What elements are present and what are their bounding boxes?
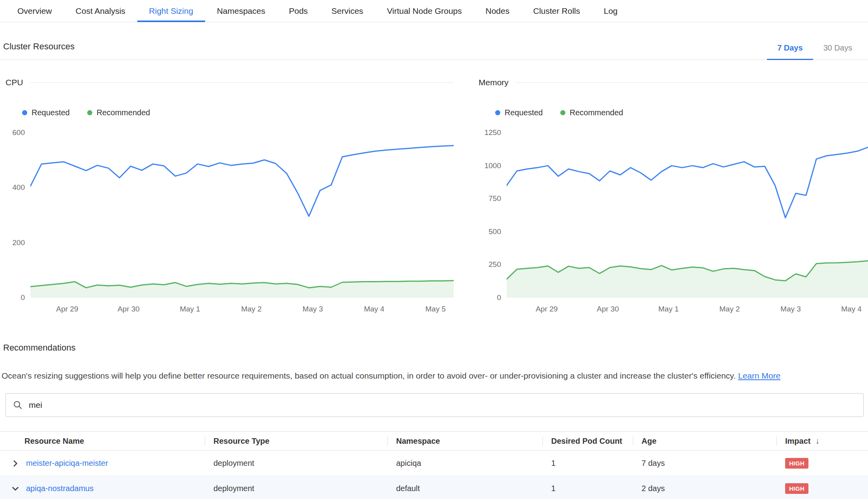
legend-item-requested[interactable]: Requested	[22, 108, 70, 117]
divider	[30, 83, 454, 83]
x-axis-tick-label: Apr 29	[536, 305, 558, 313]
column-header-resource-type: Resource Type	[205, 431, 387, 450]
time-range-toggle: 7 Days 30 Days	[767, 43, 862, 60]
y-axis-tick-label: 0	[21, 293, 25, 302]
table-row[interactable]: meister-apiciqa-meister deployment apici…	[0, 451, 868, 476]
memory-chart-title: Memory	[479, 78, 509, 87]
cpu-y-axis: 0200400600	[6, 133, 30, 298]
resource-name-link[interactable]: meister-apiciqa-meister	[26, 459, 108, 468]
age-cell: 7 days	[633, 459, 776, 468]
legend-item-recommended[interactable]: Recommended	[87, 108, 150, 117]
tab-namespaces[interactable]: Namespaces	[205, 0, 277, 22]
column-header-age: Age	[633, 431, 776, 450]
y-axis-tick-label: 250	[488, 260, 501, 269]
x-axis-tick-label: May 2	[719, 305, 740, 313]
tab-virtual-node-groups[interactable]: Virtual Node Groups	[375, 0, 474, 22]
x-axis-tick-label: May 3	[303, 305, 323, 313]
age-cell: 2 days	[633, 484, 776, 493]
chevron-down-icon[interactable]	[11, 484, 20, 493]
namespace-cell: apiciqa	[387, 459, 542, 468]
tab-cluster-rolls[interactable]: Cluster Rolls	[521, 0, 592, 22]
y-axis-tick-label: 400	[12, 183, 25, 192]
y-axis-tick-label: 1250	[485, 128, 501, 137]
y-axis-tick-label: 600	[12, 128, 25, 137]
x-axis-tick-label: May 1	[180, 305, 200, 313]
column-header-namespace: Namespace	[387, 431, 542, 450]
time-range-30-days[interactable]: 30 Days	[813, 43, 862, 60]
x-axis-tick-label: May 2	[241, 305, 262, 313]
cluster-resources-title: Cluster Resources	[3, 41, 75, 60]
legend-item-requested[interactable]: Requested	[495, 108, 543, 117]
legend-item-recommended[interactable]: Recommended	[560, 108, 623, 117]
divider	[516, 83, 868, 83]
tab-cost-analysis[interactable]: Cost Analysis	[64, 0, 137, 22]
y-axis-tick-label: 200	[12, 238, 25, 247]
impact-badge-high: HIGH	[785, 483, 808, 494]
tab-nodes[interactable]: Nodes	[474, 0, 522, 22]
x-axis-tick-label: May 4	[841, 305, 862, 313]
legend-label: Requested	[505, 108, 543, 117]
cpu-chart-title: CPU	[6, 78, 23, 87]
cluster-resources-header: Cluster Resources 7 Days 30 Days	[0, 36, 868, 60]
top-tab-bar: Overview Cost Analysis Right Sizing Name…	[0, 0, 868, 22]
charts-section: CPU RequestedRecommended 0200400600 Apr …	[0, 77, 868, 317]
resource-type-cell: deployment	[205, 484, 387, 493]
chevron-right-icon[interactable]	[11, 459, 20, 468]
legend-dot	[87, 110, 92, 115]
time-range-7-days[interactable]: 7 Days	[767, 43, 813, 60]
search-icon	[13, 400, 22, 410]
cpu-chart: CPU RequestedRecommended 0200400600 Apr …	[6, 77, 454, 317]
tab-log[interactable]: Log	[592, 0, 629, 22]
legend-label: Requested	[32, 108, 70, 117]
tab-overview[interactable]: Overview	[6, 0, 64, 22]
x-axis-tick-label: May 4	[364, 305, 384, 313]
y-axis-tick-label: 1000	[485, 161, 501, 170]
cpu-x-axis: Apr 29Apr 30May 1May 2May 3May 4May 5	[30, 302, 454, 317]
legend-label: Recommended	[570, 108, 623, 117]
x-axis-tick-label: May 3	[780, 305, 801, 313]
legend-dot	[560, 110, 565, 115]
desired-pod-count-cell: 1	[542, 459, 633, 468]
learn-more-link[interactable]: Learn More	[738, 371, 780, 380]
column-header-desired-pod-count: Desired Pod Count	[542, 431, 633, 450]
x-axis-tick-label: Apr 30	[118, 305, 140, 313]
recommendations-description-text: Ocean's resizing suggestions will help y…	[2, 371, 736, 380]
legend-dot	[495, 110, 500, 115]
memory-chart-plot	[507, 133, 868, 298]
legend-dot	[22, 110, 27, 115]
x-axis-tick-label: Apr 29	[56, 305, 78, 313]
memory-y-axis: 025050075010001250	[479, 133, 507, 298]
impact-header-label: Impact	[785, 437, 810, 446]
memory-chart: Memory RequestedRecommended 025050075010…	[479, 77, 868, 317]
x-axis-tick-label: May 1	[658, 305, 679, 313]
search-input[interactable]	[29, 400, 856, 410]
x-axis-tick-label: Apr 30	[597, 305, 619, 313]
resource-name-link[interactable]: apiqa-nostradamus	[26, 484, 94, 493]
impact-badge-high: HIGH	[785, 458, 808, 469]
cpu-chart-plot	[30, 133, 454, 298]
tab-services[interactable]: Services	[320, 0, 375, 22]
tab-right-sizing[interactable]: Right Sizing	[137, 0, 205, 22]
y-axis-tick-label: 500	[488, 227, 501, 236]
namespace-cell: default	[387, 484, 542, 493]
y-axis-tick-label: 0	[497, 293, 501, 302]
desired-pod-count-cell: 1	[542, 484, 633, 493]
column-header-impact[interactable]: Impact ↓	[776, 431, 868, 450]
table-header-row: Resource Name Resource Type Namespace De…	[0, 431, 868, 451]
memory-chart-legend: RequestedRecommended	[495, 108, 868, 117]
cpu-chart-legend: RequestedRecommended	[22, 108, 454, 117]
memory-x-axis: Apr 29Apr 30May 1May 2May 3May 4	[507, 302, 868, 317]
sort-descending-icon[interactable]: ↓	[815, 436, 819, 446]
resource-type-cell: deployment	[205, 459, 387, 468]
column-header-resource-name: Resource Name	[0, 431, 205, 450]
recommendations-description: Ocean's resizing suggestions will help y…	[2, 370, 862, 381]
table-row[interactable]: apiqa-nostradamus deployment default 1 2…	[0, 476, 868, 499]
x-axis-tick-label: May 5	[425, 305, 446, 313]
search-box[interactable]	[6, 393, 864, 417]
y-axis-tick-label: 750	[488, 194, 501, 203]
tab-pods[interactable]: Pods	[277, 0, 320, 22]
legend-label: Recommended	[97, 108, 150, 117]
recommendations-table: Resource Name Resource Type Namespace De…	[0, 431, 868, 499]
recommendations-title: Recommendations	[3, 343, 868, 353]
